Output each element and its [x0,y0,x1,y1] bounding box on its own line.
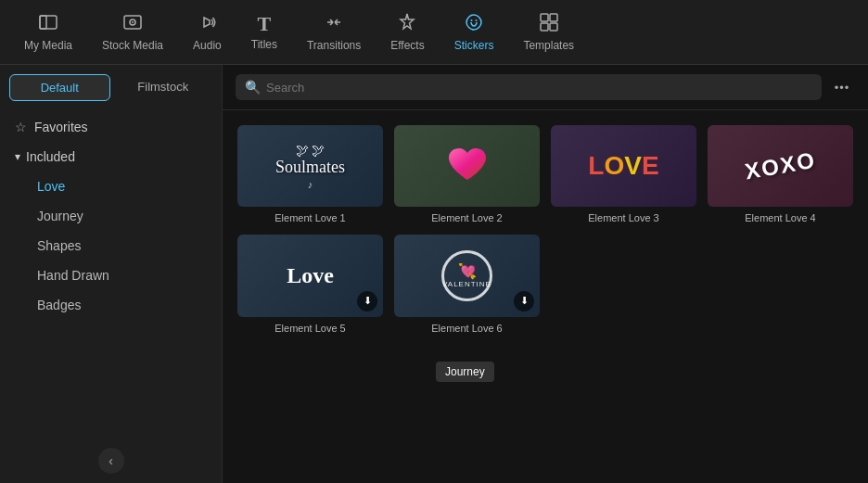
sidebar-tabs: Default Filmstock [0,65,222,101]
sidebar: Default Filmstock ☆ Favorites ▾ Included… [0,65,223,483]
audio-icon [197,12,217,35]
svg-point-5 [471,19,473,21]
collapse-btn[interactable]: ‹ [98,448,124,474]
love-white-text: Love [287,263,334,288]
sidebar-item-hand-drawn[interactable]: Hand Drawn [11,261,222,290]
templates-icon [539,12,559,35]
sidebar-item-shapes[interactable]: Shapes [11,231,222,261]
sticker-thumb-love3: LOVE [551,125,696,207]
sticker-thumb-love5: Love ⬇ [237,235,383,316]
nav-audio[interactable]: Audio [178,5,236,59]
sidebar-item-love[interactable]: Love [11,172,222,201]
sticker-love5-label: Element Love 5 [237,323,383,334]
svg-rect-10 [550,23,557,31]
sidebar-tab-filmstock[interactable]: Filmstock [114,74,213,101]
nav-templates[interactable]: Templates [508,5,589,59]
nav-my-media-label: My Media [24,39,72,52]
svg-rect-8 [550,14,557,21]
included-label: Included [26,149,75,164]
sticker-love2[interactable]: Element Love 2 [394,125,540,223]
love-colorful-text: LOVE [588,151,658,181]
sticker-thumb-love6: 💘 VALENTINE ⬇ [394,235,540,316]
sticker-thumb-love1: 🕊 🕊 Soulmates ♪ [237,125,383,207]
transitions-icon [324,12,344,35]
xoxo-text: XOXO [743,147,818,185]
sticker-thumb-love2 [394,125,540,207]
sidebar-sub-items: Love Journey Shapes Hand Drawn Badges [0,172,222,320]
stickers-icon [464,12,484,35]
sidebar-items: ☆ Favorites ▾ Included Love Journey Shap… [0,101,222,439]
sidebar-tab-default[interactable]: Default [9,74,110,101]
sidebar-item-journey[interactable]: Journey [11,201,222,231]
nav-titles[interactable]: T Titles [236,6,292,58]
journey-tooltip: Journey [436,362,494,382]
nav-stickers-label: Stickers [454,39,494,52]
titles-icon: T [258,14,272,34]
favorites-label: Favorites [34,120,88,134]
svg-rect-9 [541,23,548,31]
nav-stickers[interactable]: Stickers [440,5,509,59]
favorites-icon: ☆ [15,120,27,134]
svg-point-6 [476,19,478,21]
collapse-icon: ‹ [108,453,113,468]
nav-titles-label: Titles [251,38,277,51]
heart-svg [444,143,491,189]
nav-effects-label: Effects [390,39,424,52]
content-area: 🔍 ••• 🕊 🕊 Soulmates ♪ Element Love 1 [223,65,868,483]
more-icon: ••• [835,81,850,95]
nav-transitions[interactable]: Transitions [292,5,376,59]
download-overlay-love5: ⬇ [357,291,377,311]
search-bar: 🔍 ••• [223,65,868,110]
sticker-love6[interactable]: 💘 VALENTINE ⬇ Element Love 6 [394,235,540,333]
svg-point-4 [132,21,134,23]
search-icon: 🔍 [245,80,261,95]
svg-rect-0 [40,16,57,29]
sticker-love3[interactable]: LOVE Element Love 3 [551,125,696,223]
sticker-love2-label: Element Love 2 [394,212,540,223]
download-overlay-love6: ⬇ [514,291,534,311]
svg-rect-1 [40,16,46,29]
sidebar-collapse[interactable]: ‹ [0,439,222,483]
my-media-icon [38,12,58,35]
sidebar-included-header[interactable]: ▾ Included [0,142,222,172]
nav-stock-media[interactable]: Stock Media [87,5,178,59]
music-icon: ♪ [275,179,345,190]
sticker-love3-label: Element Love 3 [551,212,696,223]
search-input[interactable] [266,81,812,95]
stock-media-icon [122,12,143,35]
sticker-grid: 🕊 🕊 Soulmates ♪ Element Love 1 [223,110,868,349]
stamp-circle: 💘 VALENTINE [441,250,492,301]
nav-effects[interactable]: Effects [376,5,439,59]
effects-icon [397,12,417,35]
sticker-thumb-love4: XOXO [708,125,853,207]
sticker-love4[interactable]: XOXO Element Love 4 [708,125,853,223]
sticker-love5[interactable]: Love ⬇ Element Love 5 [237,235,383,333]
sidebar-favorites[interactable]: ☆ Favorites [0,112,222,142]
nav-transitions-label: Transitions [307,39,361,52]
dove-icon: 🕊 🕊 [275,143,345,158]
nav-templates-label: Templates [523,39,574,52]
stamp-inner: 💘 VALENTINE [442,262,491,288]
sticker-love6-label: Element Love 6 [394,323,540,334]
sticker-love1-label: Element Love 1 [237,212,383,223]
included-chevron-icon: ▾ [15,150,20,163]
main-layout: Default Filmstock ☆ Favorites ▾ Included… [0,65,868,483]
search-input-wrap[interactable]: 🔍 [236,74,822,100]
sticker-love4-label: Element Love 4 [708,212,853,223]
sticker-love1[interactable]: 🕊 🕊 Soulmates ♪ Element Love 1 [237,125,383,223]
sidebar-item-badges[interactable]: Badges [11,290,222,320]
svg-rect-7 [541,14,548,21]
more-options-button[interactable]: ••• [829,74,855,100]
nav-my-media[interactable]: My Media [9,5,87,59]
nav-audio-label: Audio [193,39,222,52]
top-nav: My Media Stock Media Audio T Titles [0,0,868,65]
soulmates-text: Soulmates [275,158,345,177]
nav-stock-media-label: Stock Media [102,39,163,52]
